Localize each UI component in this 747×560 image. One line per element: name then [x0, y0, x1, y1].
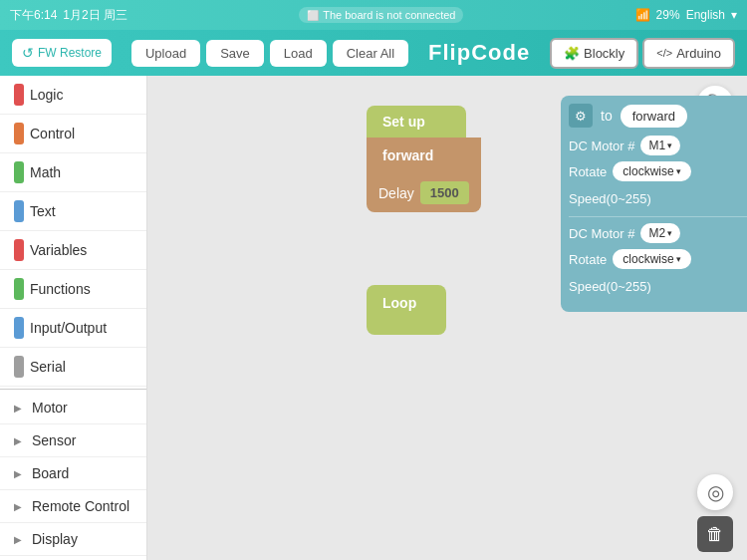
board-status: ⬜ The board is not connected [299, 7, 463, 23]
wifi-icon: 📶 [635, 8, 650, 22]
sidebar-item-label: Serial [30, 359, 66, 375]
sidebar-item-label: Math [30, 164, 61, 180]
forward-value-button[interactable]: forward [621, 105, 687, 128]
to-forward-block: ⚙ to forward DC Motor # M1 ▾ [561, 96, 747, 312]
loop-block[interactable]: Loop [367, 285, 446, 335]
sidebar-item-label: Functions [30, 281, 91, 297]
section-divider [569, 216, 747, 217]
language-btn[interactable]: English [686, 8, 725, 22]
setup-label: Set up [382, 114, 425, 130]
sidebar-item-label: Motor [32, 400, 68, 416]
arduino-label: Arduino [676, 46, 721, 61]
control-color [14, 123, 24, 144]
blockly-label: Blockly [584, 46, 624, 61]
motor1-value: M1 [648, 139, 665, 152]
tab-blockly[interactable]: 🧩 Blockly [550, 38, 638, 69]
tab-arduino[interactable]: </> Arduino [642, 38, 735, 69]
sidebar-item-library[interactable]: ▶ Library [0, 556, 146, 560]
speed1-label: Speed(0~255) [569, 191, 651, 206]
delay-label: Delay [378, 185, 414, 201]
gear-icon: ⚙ [575, 109, 587, 124]
rotate2-label: Rotate [569, 252, 607, 267]
sidebar-item-logic[interactable]: Logic [0, 76, 146, 115]
motor1-chevron: ▾ [667, 140, 672, 150]
sidebar-item-motor[interactable]: ▶ Motor [0, 392, 146, 424]
rotate2-row: Rotate clockwise ▾ [569, 249, 747, 269]
forward-value: forward [632, 109, 675, 124]
math-color [14, 161, 24, 183]
sidebar-item-input-output[interactable]: Input/Output [0, 309, 146, 348]
status-left: 下午6:14 1月2日 周三 [10, 7, 127, 24]
compass-icon: ◎ [707, 480, 724, 504]
motor2-label: DC Motor # [569, 226, 634, 241]
sidebar-item-control[interactable]: Control [0, 115, 146, 153]
sidebar: Logic Control Math Text Variables Functi… [0, 76, 147, 560]
motor1-label: DC Motor # [569, 139, 634, 153]
arrow-icon: ▶ [14, 501, 22, 512]
rotate2-chevron: ▾ [676, 254, 681, 264]
gear-button[interactable]: ⚙ [569, 104, 593, 128]
to-forward-block-group[interactable]: ⚙ to forward DC Motor # M1 ▾ [561, 96, 747, 312]
load-button[interactable]: Load [270, 40, 327, 67]
sidebar-item-serial[interactable]: Serial [0, 348, 146, 387]
sidebar-item-functions[interactable]: Functions [0, 270, 146, 309]
loop-block-group[interactable]: Loop [367, 285, 446, 335]
fw-restore-button[interactable]: ↺ FW Restore [12, 39, 112, 67]
sidebar-item-label: Input/Output [30, 320, 107, 336]
view-tabs: 🧩 Blockly </> Arduino [550, 38, 735, 69]
status-date: 1月2日 周三 [63, 7, 127, 24]
rotate1-label: Rotate [569, 164, 607, 179]
sidebar-divider [0, 389, 146, 390]
setup-block-group[interactable]: Set up forward Delay 1500 [367, 106, 481, 212]
forward-block[interactable]: forward [367, 138, 481, 173]
arrow-icon: ▶ [14, 403, 22, 414]
status-center: ⬜ The board is not connected [299, 7, 463, 23]
motor2-chevron: ▾ [667, 228, 672, 238]
canvas-area: 🔍 Set up forward Delay 1500 Loop [147, 76, 747, 560]
motor1-row: DC Motor # M1 ▾ [569, 136, 747, 155]
compass-button[interactable]: ◎ [697, 474, 733, 510]
trash-icon: 🗑 [706, 524, 724, 545]
motor2-value: M2 [648, 226, 665, 240]
delay-value[interactable]: 1500 [420, 181, 469, 204]
save-button[interactable]: Save [206, 40, 264, 67]
to-label: to [601, 108, 613, 124]
sidebar-item-variables[interactable]: Variables [0, 231, 146, 270]
logic-color [14, 84, 24, 106]
motor1-select[interactable]: M1 ▾ [640, 136, 680, 155]
trash-button[interactable]: 🗑 [697, 516, 733, 552]
rotate2-value: clockwise [622, 252, 673, 266]
sidebar-item-sensor[interactable]: ▶ Sensor [0, 424, 146, 457]
sidebar-item-display[interactable]: ▶ Display [0, 523, 146, 556]
sidebar-item-text[interactable]: Text [0, 192, 146, 231]
rotate2-select[interactable]: clockwise ▾ [613, 249, 690, 269]
sidebar-item-label: Logic [30, 87, 63, 103]
sidebar-item-label: Remote Control [32, 498, 129, 514]
status-time: 下午6:14 [10, 7, 57, 24]
variables-color [14, 239, 24, 261]
battery-text: 29% [656, 8, 680, 22]
motor2-select[interactable]: M2 ▾ [640, 223, 680, 243]
code-icon: </> [656, 47, 672, 59]
delay-block[interactable]: Delay 1500 [367, 173, 481, 212]
status-right: 📶 29% English ▾ [635, 8, 737, 22]
upload-button[interactable]: Upload [131, 40, 200, 67]
arrow-icon: ▶ [14, 534, 22, 545]
sidebar-item-label: Board [32, 465, 69, 481]
speed2-row: Speed(0~255) 100 [569, 275, 747, 298]
fw-restore-label: FW Restore [38, 46, 102, 60]
app-bar: ↺ FW Restore Upload Save Load Clear All … [0, 30, 747, 76]
rotate1-select[interactable]: clockwise ▾ [613, 161, 690, 181]
puzzle-icon: 🧩 [564, 46, 580, 61]
sidebar-item-label: Text [30, 203, 56, 219]
board-status-text: The board is not connected [323, 9, 455, 21]
sidebar-item-board[interactable]: ▶ Board [0, 457, 146, 490]
sidebar-item-label: Sensor [32, 432, 76, 448]
sidebar-item-math[interactable]: Math [0, 153, 146, 192]
clear-all-button[interactable]: Clear All [333, 40, 408, 67]
arrow-icon: ▶ [14, 468, 22, 479]
sidebar-item-remote-control[interactable]: ▶ Remote Control [0, 490, 146, 523]
setup-block[interactable]: Set up [367, 106, 466, 138]
title-flip: Flip [428, 40, 471, 65]
rotate1-chevron: ▾ [676, 166, 681, 176]
